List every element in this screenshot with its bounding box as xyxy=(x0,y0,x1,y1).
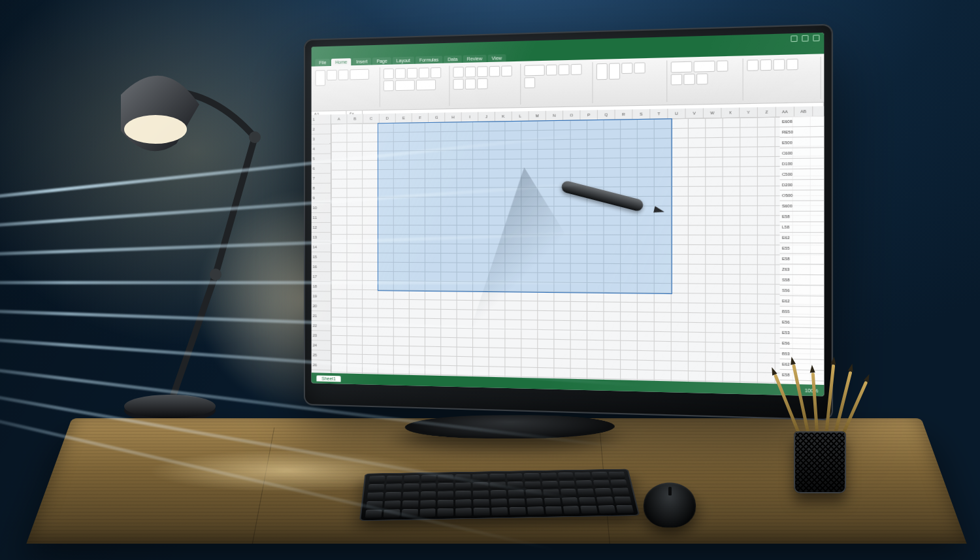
row-header[interactable]: 9 xyxy=(312,193,331,203)
data-cell[interactable]: E56 xyxy=(780,317,825,328)
keyboard-key xyxy=(438,474,453,482)
data-cell[interactable]: S58 xyxy=(780,275,825,286)
data-cell[interactable]: E62 xyxy=(780,296,825,307)
data-cell[interactable]: S600 xyxy=(780,201,825,212)
column-header[interactable]: P xyxy=(580,110,598,120)
column-header[interactable]: O xyxy=(563,110,580,120)
row-header[interactable]: 7 xyxy=(312,174,331,184)
column-header[interactable]: T xyxy=(650,109,668,119)
row-header[interactable]: 18 xyxy=(312,282,331,291)
tab-page[interactable]: Page xyxy=(372,58,391,65)
grid-area[interactable]: ABCDEFGHIJKLMNOPQRSTUVWXYZAAAB E608RE50E… xyxy=(331,106,824,385)
data-cell[interactable]: O500 xyxy=(780,190,825,201)
keyboard-key xyxy=(386,476,402,483)
column-header[interactable]: V xyxy=(686,108,704,118)
tab-layout[interactable]: Layout xyxy=(393,57,414,65)
column-header[interactable]: X xyxy=(721,108,740,118)
row-header[interactable]: 10 xyxy=(312,203,331,213)
tab-home[interactable]: Home xyxy=(331,58,351,66)
tab-data[interactable]: Data xyxy=(444,56,461,63)
keyboard-key xyxy=(593,480,610,487)
keyboard-key xyxy=(385,484,402,491)
column-header[interactable]: N xyxy=(546,110,563,120)
tab-review[interactable]: Review xyxy=(463,55,487,63)
column-header[interactable]: AB xyxy=(794,107,813,117)
data-cell[interactable]: E62 xyxy=(780,233,825,243)
column-header[interactable]: Z xyxy=(758,107,776,117)
data-cell[interactable]: D100 xyxy=(780,159,825,170)
row-header[interactable]: 21 xyxy=(312,311,331,321)
column-header[interactable]: L xyxy=(512,111,529,121)
sheet-tab[interactable]: Sheet1 xyxy=(316,375,340,382)
data-cell[interactable]: D200 xyxy=(780,180,825,191)
row-header[interactable]: 15 xyxy=(312,252,331,262)
data-cell[interactable]: E58 xyxy=(780,370,825,382)
tab-formulas[interactable]: Formulas xyxy=(416,56,443,64)
column-header[interactable]: U xyxy=(668,108,685,118)
row-header[interactable]: 14 xyxy=(312,242,331,252)
row-header[interactable]: 20 xyxy=(312,301,331,311)
row-header[interactable]: 11 xyxy=(312,213,331,223)
data-cell[interactable]: S56 xyxy=(780,286,825,297)
tab-insert[interactable]: Insert xyxy=(352,58,371,65)
row-header[interactable]: 17 xyxy=(312,272,331,282)
column-header[interactable]: G xyxy=(429,112,445,122)
data-cell[interactable]: E55 xyxy=(780,243,825,254)
data-cell[interactable]: E608 xyxy=(780,116,825,127)
column-header[interactable]: J xyxy=(478,112,495,122)
data-cell[interactable]: C600 xyxy=(780,148,825,159)
column-header[interactable]: AA xyxy=(776,107,794,117)
data-cell[interactable]: B55 xyxy=(780,306,825,318)
tab-file[interactable]: File xyxy=(315,59,330,67)
data-cell[interactable]: E58 xyxy=(780,254,825,265)
column-header[interactable]: D xyxy=(380,114,396,124)
column-header[interactable]: C xyxy=(363,114,380,124)
row-header[interactable]: 6 xyxy=(312,164,331,174)
row-header[interactable]: 1 xyxy=(312,114,331,125)
row-header[interactable]: 13 xyxy=(312,233,331,242)
row-header[interactable]: 22 xyxy=(312,321,331,331)
row-header[interactable]: 3 xyxy=(312,134,331,144)
keyboard-key xyxy=(455,491,471,499)
row-header[interactable]: 19 xyxy=(312,291,331,301)
tab-view[interactable]: View xyxy=(487,54,506,62)
column-header[interactable]: M xyxy=(529,111,546,121)
data-cell[interactable]: E62 xyxy=(780,359,825,371)
column-header[interactable]: S xyxy=(632,109,650,119)
column-header[interactable]: Q xyxy=(598,110,615,120)
window-maximize-icon[interactable] xyxy=(802,35,808,41)
row-header[interactable]: 12 xyxy=(312,223,331,233)
keyboard-key xyxy=(455,499,471,507)
data-cell[interactable]: Z63 xyxy=(780,265,825,276)
row-header[interactable]: 5 xyxy=(312,154,331,164)
window-minimize-icon[interactable] xyxy=(791,35,797,42)
column-header[interactable]: R xyxy=(615,109,633,119)
row-header[interactable]: 23 xyxy=(312,331,331,341)
window-close-icon[interactable] xyxy=(813,35,819,41)
row-header[interactable]: 26 xyxy=(312,360,331,371)
row-header[interactable]: 2 xyxy=(312,124,331,134)
column-header[interactable]: Y xyxy=(740,107,758,117)
column-header[interactable]: H xyxy=(445,112,461,122)
column-header[interactable]: A xyxy=(331,114,348,124)
data-cell[interactable]: L58 xyxy=(780,222,825,233)
column-header[interactable]: I xyxy=(462,112,479,122)
column-header[interactable]: K xyxy=(495,112,512,122)
data-cell[interactable]: E58 xyxy=(780,212,825,222)
row-header[interactable]: 25 xyxy=(312,350,331,361)
data-cell[interactable]: RE50 xyxy=(780,127,825,138)
column-header[interactable]: B xyxy=(347,114,363,124)
row-header[interactable]: 4 xyxy=(312,144,331,154)
column-header[interactable]: F xyxy=(412,113,429,123)
data-cell[interactable]: E56 xyxy=(780,338,825,349)
data-cell[interactable]: E500 xyxy=(780,137,825,148)
column-header[interactable]: E xyxy=(396,113,412,123)
row-header[interactable]: 24 xyxy=(312,340,331,351)
data-cell[interactable]: C500 xyxy=(780,169,825,180)
data-cell[interactable]: B53 xyxy=(780,349,825,361)
column-header[interactable]: W xyxy=(704,108,722,118)
row-header[interactable]: 16 xyxy=(312,262,331,272)
data-cell[interactable]: E53 xyxy=(780,327,825,338)
keyboard-key xyxy=(401,509,417,518)
row-header[interactable]: 8 xyxy=(312,184,331,193)
